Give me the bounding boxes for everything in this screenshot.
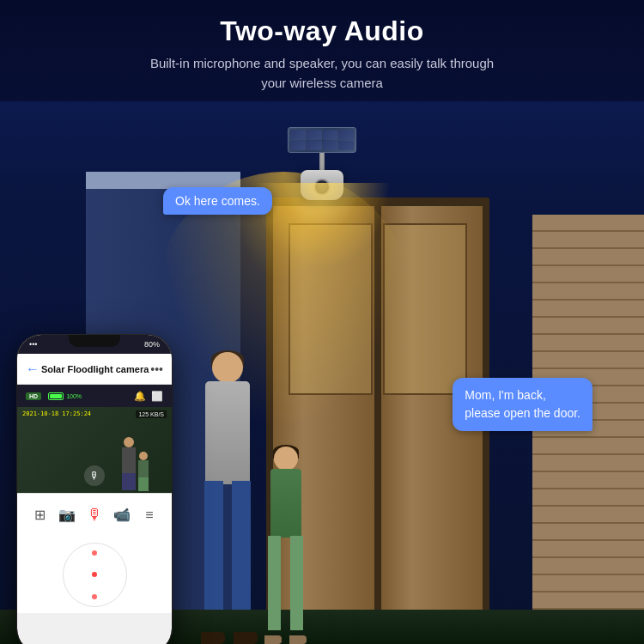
people-group	[189, 352, 313, 644]
ptz-circle[interactable]	[63, 543, 127, 607]
solar-cell	[323, 130, 338, 140]
phone-toolbar: HD 100% 🔔 ⬜	[17, 385, 172, 407]
adult-head	[212, 352, 243, 383]
camera-bubble-text: Ok here comes.	[175, 194, 260, 208]
feed-timestamp: 2021-10-18 17:25:24	[22, 410, 91, 417]
main-title: Two-way Audio	[17, 15, 627, 47]
ptz-down[interactable]	[92, 594, 97, 599]
camera-feed: 2021-10-18 17:25:24 125 KB/S 🎙	[17, 407, 172, 493]
security-camera	[288, 127, 356, 200]
phone-body: ••• ▲ 80% ← Solar Floodlight camera ••• …	[17, 335, 172, 644]
battery-fill	[50, 394, 62, 398]
adult-left-leg	[204, 481, 223, 610]
status-battery: 80%	[144, 340, 160, 349]
toolbar-right: 🔔 ⬜	[134, 391, 163, 402]
adult-right-leg	[232, 481, 251, 610]
back-button[interactable]: ←	[26, 361, 39, 377]
subtitle-line1: Built-in microphone and speaker, you can…	[150, 56, 494, 70]
feed-speed: 125 KB/S	[136, 410, 167, 418]
subtitle: Built-in microphone and speaker, you can…	[116, 54, 528, 93]
child-head	[274, 447, 298, 471]
camera-body	[301, 170, 343, 200]
feed-child-figure	[137, 452, 150, 493]
child-shoe-right	[289, 635, 307, 644]
adult-body	[205, 381, 250, 484]
ptz-control	[17, 536, 172, 613]
more-button[interactable]: •••	[150, 362, 163, 376]
phone-controls: ⊞ 📷 🎙 📹 ≡	[17, 493, 172, 536]
solar-cell	[338, 141, 354, 151]
status-dots: •••	[29, 340, 37, 349]
camera-lens	[313, 179, 331, 196]
phone-mockup: ••• ▲ 80% ← Solar Floodlight camera ••• …	[17, 335, 172, 644]
feed-child-body	[138, 460, 149, 477]
battery-bar	[48, 392, 64, 400]
camera-title: Solar Floodlight camera	[41, 364, 149, 374]
battery-percentage: 100%	[66, 393, 82, 399]
child-shoe-left	[264, 635, 282, 644]
mute-icon[interactable]: 🔔	[134, 391, 146, 402]
feed-mic-overlay: 🎙	[84, 465, 105, 486]
layout-button[interactable]: ⊞	[27, 502, 52, 528]
solar-cell	[338, 130, 354, 140]
child-bubble-line2: please open the door.	[465, 406, 580, 420]
feed-person-body	[122, 447, 136, 473]
phone-notch	[69, 335, 120, 347]
solar-cell	[307, 141, 322, 151]
video-button[interactable]: 📹	[109, 502, 135, 528]
ptz-up[interactable]	[92, 550, 97, 556]
feed-person-adult	[120, 437, 137, 493]
phone-screen: ••• ▲ 80% ← Solar Floodlight camera ••• …	[17, 335, 172, 644]
page-wrapper: Ok here comes. Mom, I'm back, please ope…	[0, 0, 644, 644]
ptz-center[interactable]	[92, 572, 97, 577]
battery-indicator: 100%	[48, 392, 82, 400]
solar-cell	[323, 141, 338, 151]
header: Two-way Audio Built-in microphone and sp…	[0, 0, 644, 101]
hd-badge: HD	[26, 392, 41, 400]
subtitle-line2: your wireless camera	[261, 76, 383, 90]
child-right-leg	[290, 536, 303, 630]
child-figure	[258, 447, 313, 644]
solar-cell	[290, 130, 306, 140]
camera-capture-button[interactable]: 📷	[54, 502, 80, 528]
feed-child-head	[139, 452, 148, 460]
screenshot-icon[interactable]: ⬜	[151, 391, 163, 402]
camera-speech-bubble: Ok here comes.	[163, 187, 272, 215]
solar-panel	[288, 127, 356, 153]
feed-person-head	[124, 437, 134, 447]
mic-button[interactable]: 🎙	[82, 502, 107, 528]
child-bubble-line1: Mom, I'm back,	[465, 388, 545, 402]
adult-figure	[189, 352, 266, 644]
child-speech-bubble: Mom, I'm back, please open the door.	[453, 378, 592, 431]
camera-pole	[319, 153, 325, 170]
wall-top-trim	[86, 172, 240, 189]
child-left-leg	[268, 536, 281, 630]
feed-child-legs	[138, 477, 149, 491]
adult-right-shoe	[234, 632, 258, 644]
feed-person-legs	[122, 473, 136, 490]
phone-nav-bar: ← Solar Floodlight camera •••	[17, 354, 172, 385]
adult-left-shoe	[201, 632, 225, 644]
solar-cell	[290, 141, 306, 151]
child-body	[270, 469, 301, 538]
settings-button[interactable]: ≡	[137, 502, 162, 528]
solar-cell	[307, 130, 322, 140]
